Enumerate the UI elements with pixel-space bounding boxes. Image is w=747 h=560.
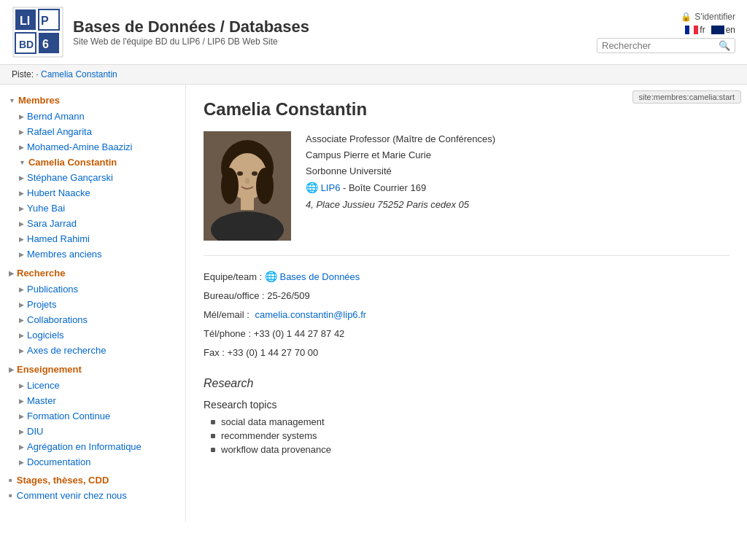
svg-text:P: P	[41, 15, 49, 27]
search-icon[interactable]: 🔍	[719, 40, 730, 51]
profile-address: 4, Place Jussieu 75252 Paris cedex 05	[306, 197, 729, 213]
content-area: site:membres:camelia:start Camelia Const…	[186, 85, 747, 522]
sidebar-item-formation-continue[interactable]: ▶ Formation Continue	[0, 408, 185, 424]
sidebar-item-hubert-naacke[interactable]: ▶ Hubert Naacke	[0, 185, 185, 201]
breadcrumb-link[interactable]: Camelia Constantin	[41, 69, 117, 79]
breadcrumb: Piste: · Camelia Constantin	[0, 65, 747, 85]
profile-section: Camelia Constantin	[186, 85, 747, 377]
sidebar-item-comment-venir[interactable]: ■ Comment venir chez nous	[0, 488, 185, 503]
membres-collapse-icon: ▼	[9, 97, 15, 104]
site-subtitle: Site Web de l'équipe BD du LIP6 / LIP6 D…	[73, 36, 309, 47]
research-topic-text: social data management	[221, 416, 325, 427]
sidebar-item-bernd-amann[interactable]: ▶ Bernd Amann	[0, 109, 185, 124]
research-topics-list: social data managementrecommender system…	[204, 416, 729, 455]
sidebar-item-label: Collaborations	[27, 314, 88, 325]
research-topic-item: recommender systems	[211, 430, 729, 441]
chevron-right-icon: ▶	[19, 443, 24, 451]
profile-email-link[interactable]: camelia.constantin@lip6.fr	[255, 309, 366, 320]
profile-photo-svg	[204, 131, 291, 241]
team-label: Equipe/team :	[204, 271, 262, 282]
sidebar-item-stephane-gancarski[interactable]: ▶ Stéphane Gançarski	[0, 170, 185, 185]
sidebar-section-enseignement[interactable]: ▶ Enseignement	[0, 361, 185, 378]
sidebar-item-documentation[interactable]: ▶ Documentation	[0, 454, 185, 470]
svg-point-19	[221, 168, 239, 204]
recherche-expand-icon: ▶	[9, 270, 14, 277]
sidebar-item-label: Agrégation en Informatique	[27, 441, 142, 452]
sidebar-recherche-label: Recherche	[17, 268, 65, 279]
sidebar-item-logiciels[interactable]: ▶ Logiciels	[0, 327, 185, 343]
sidebar-item-axes-recherche[interactable]: ▶ Axes de recherche	[0, 343, 185, 358]
sidebar-item-rafael-angarita[interactable]: ▶ Rafael Angarita	[0, 124, 185, 139]
sidebar-item-projets[interactable]: ▶ Projets	[0, 297, 185, 312]
sidebar-item-label: Axes de recherche	[27, 345, 106, 356]
profile-photo	[204, 131, 291, 241]
sidebar-item-master[interactable]: ▶ Master	[0, 393, 185, 408]
profile-team-link[interactable]: Bases de Données	[279, 271, 360, 282]
sidebar-section-membres[interactable]: ▼ Membres	[0, 92, 185, 109]
research-topic-item: social data management	[211, 416, 729, 427]
profile-info: Associate Professor (Maître de Conférenc…	[306, 131, 729, 241]
sidebar-item-label: Licence	[27, 380, 60, 391]
sidebar-item-label: Rafael Angarita	[27, 126, 92, 137]
chevron-right-icon: ▶	[19, 236, 24, 243]
phone-label: Tél/phone :	[204, 328, 251, 339]
search-input[interactable]	[602, 40, 719, 51]
profile-team-line: Equipe/team : 🌐 Bases de Données	[204, 266, 729, 287]
fax-value: +33 (0) 1 44 27 70 00	[228, 347, 319, 358]
lang-en-link[interactable]: en	[711, 25, 735, 35]
office-label: Bureau/office :	[204, 290, 265, 301]
site-title-block: Bases de Données / Databases Site Web de…	[73, 18, 309, 47]
chevron-right-icon: ▶	[19, 397, 24, 405]
globe-icon-team: 🌐	[265, 271, 277, 282]
bullet-icon: ■	[9, 477, 12, 483]
chevron-right-icon: ▶	[19, 413, 24, 420]
auth-link[interactable]: 🔒 S'identifier	[681, 12, 735, 22]
profile-phone-line: Tél/phone : +33 (0) 1 44 27 87 42	[204, 324, 729, 343]
profile-office-line: Bureau/office : 25-26/509	[204, 287, 729, 306]
phone-value: +33 (0) 1 44 27 87 42	[254, 328, 345, 339]
chevron-right-icon: ▶	[19, 382, 24, 389]
svg-text:6: 6	[42, 38, 49, 50]
sidebar-item-sara-jarrad[interactable]: ▶ Sara Jarrad	[0, 216, 185, 231]
profile-top: Associate Professor (Maître de Conférenc…	[204, 131, 729, 241]
chevron-right-icon: ▶	[19, 174, 24, 182]
svg-point-15	[252, 171, 258, 176]
sidebar-item-membres-anciens[interactable]: ▶ Membres anciens	[0, 246, 185, 262]
sidebar-item-publications[interactable]: ▶ Publications	[0, 281, 185, 297]
lang-fr-link[interactable]: fr	[685, 25, 705, 35]
sidebar-item-diu[interactable]: ▶ DIU	[0, 424, 185, 439]
sidebar-section-recherche[interactable]: ▶ Recherche	[0, 265, 185, 281]
sidebar-item-stages[interactable]: ■ Stages, thèses, CDD	[0, 472, 185, 488]
globe-icon: 🌐	[306, 182, 318, 193]
profile-campus: Campus Pierre et Marie Curie	[306, 147, 729, 163]
svg-point-20	[256, 168, 274, 204]
svg-rect-17	[241, 195, 254, 210]
sidebar-item-agregation-informatique[interactable]: ▶ Agrégation en Informatique	[0, 439, 185, 454]
logo-area: LI P BD 6 Bases de Données / Databases S…	[12, 6, 597, 58]
topbar-right: 🔒 S'identifier fr en 🔍	[597, 12, 735, 53]
sidebar-item-camelia-constantin[interactable]: ▼ Camelia Constantin	[0, 155, 185, 170]
search-bar: 🔍	[597, 38, 735, 53]
sidebar-item-label: Hubert Naacke	[27, 187, 90, 198]
lock-icon: 🔒	[681, 12, 692, 22]
chevron-down-icon: ▼	[19, 159, 26, 166]
sidebar-item-licence[interactable]: ▶ Licence	[0, 378, 185, 393]
svg-point-16	[245, 178, 249, 184]
sidebar-item-hamed-rahimi[interactable]: ▶ Hamed Rahimi	[0, 231, 185, 246]
chevron-right-icon: ▶	[19, 459, 24, 466]
sidebar-item-label: Master	[27, 395, 56, 406]
profile-lab-link[interactable]: LIP6	[321, 182, 341, 193]
sidebar-item-label: Projets	[27, 299, 56, 310]
sidebar: ▼ Membres ▶ Bernd Amann ▶ Rafael Angarit…	[0, 85, 186, 522]
sidebar-item-yuhe-bai[interactable]: ▶ Yuhe Bai	[0, 201, 185, 216]
chevron-right-icon: ▶	[19, 286, 24, 293]
breadcrumb-prefix: Piste: ·	[12, 69, 39, 79]
research-topic-text: recommender systems	[221, 430, 317, 441]
sidebar-item-label: Mohamed-Amine Baazizi	[27, 141, 133, 152]
sidebar-item-label: Sara Jarrad	[27, 218, 77, 229]
profile-lab-line: 🌐 LIP6 - Boîte Courrier 169	[306, 179, 729, 197]
enseignement-expand-icon: ▶	[9, 366, 14, 373]
sidebar-item-collaborations[interactable]: ▶ Collaborations	[0, 312, 185, 327]
sidebar-item-mohamed-amine-baazizi[interactable]: ▶ Mohamed-Amine Baazizi	[0, 139, 185, 155]
sidebar-item-label: Hamed Rahimi	[27, 233, 90, 244]
